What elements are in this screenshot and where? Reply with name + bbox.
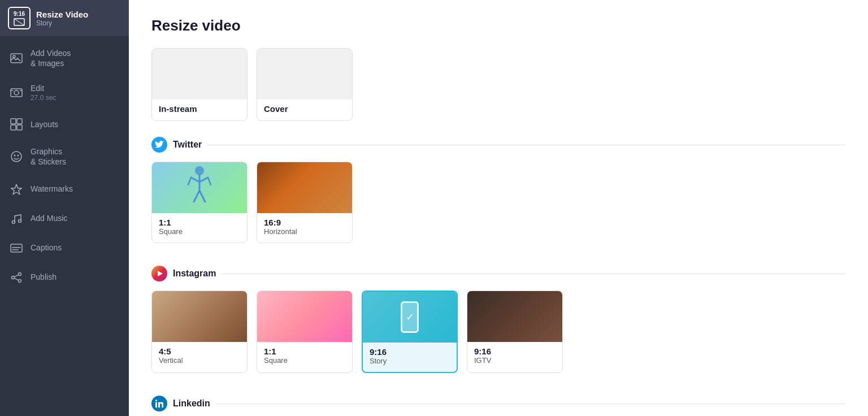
sidebar-subtitle: Story (36, 19, 88, 27)
svg-point-12 (11, 151, 21, 162)
graphics-label: Graphics & Stickers (31, 146, 66, 167)
linkedin-section-header: Linkedin (151, 391, 845, 411)
twitter-section-header: Twitter (151, 132, 845, 153)
sidebar-item-publish[interactable]: Publish (0, 263, 129, 292)
watermarks-label: Watermarks (31, 184, 73, 194)
twitter-square-card[interactable]: 1:1 Square (151, 162, 248, 243)
linkedin-divider (216, 404, 845, 404)
twitter-horizontal-card[interactable]: 16:9 Horizontal (257, 162, 353, 243)
sidebar-item-edit[interactable]: Edit 27.0 sec (0, 76, 129, 110)
svg-rect-4 (11, 89, 22, 97)
facebook-cover-thumb (257, 49, 352, 99)
captions-label: Captions (31, 242, 62, 253)
sidebar-title: Resize Video (36, 10, 88, 19)
image-icon (9, 51, 24, 66)
svg-rect-8 (11, 119, 16, 124)
yoga-thumbnail (152, 162, 247, 213)
svg-point-20 (12, 276, 15, 279)
twitter-square-thumb (152, 162, 247, 213)
twitter-divider (207, 145, 845, 145)
dance-thumbnail (152, 291, 247, 342)
twitter-icon (151, 137, 167, 153)
sidebar-item-captions[interactable]: Captions (0, 233, 129, 263)
sidebar-item-layouts[interactable]: Layouts (0, 110, 129, 139)
facebook-instream-ratio: In-stream (159, 104, 240, 114)
publish-icon (9, 270, 24, 285)
svg-marker-26 (158, 271, 163, 276)
facebook-cover-card[interactable]: Cover (257, 48, 353, 121)
instagram-cards: 4:5 Vertical 1:1 Square (151, 291, 845, 373)
sidebar-item-music[interactable]: Add Music (0, 204, 129, 233)
facebook-cards: In-stream Cover (151, 48, 845, 121)
instagram-igtv-card[interactable]: 9:16 IGTV (467, 291, 563, 373)
svg-rect-17 (11, 244, 22, 252)
instagram-story-card[interactable]: ✓ 9:16 Story (362, 291, 458, 373)
svg-rect-10 (11, 125, 16, 130)
instagram-igtv-label: 9:16 IGTV (467, 342, 562, 365)
add-videos-label: Add Videos & Images (31, 48, 71, 68)
publish-label: Publish (31, 272, 57, 282)
instagram-divider (222, 274, 845, 274)
twitter-section: Twitter 1:1 Squa (151, 132, 845, 243)
instagram-title: Instagram (173, 268, 216, 279)
sidebar-header[interactable]: 9:16 Resize Video Story (0, 0, 129, 36)
dog-thumbnail (257, 291, 352, 342)
svg-line-24 (14, 278, 18, 280)
svg-point-22 (19, 279, 21, 282)
svg-rect-27 (155, 402, 157, 408)
svg-point-15 (12, 220, 15, 223)
page-title: Resize video (151, 17, 845, 34)
instagram-icon (151, 266, 167, 281)
twitter-horizontal-thumb (257, 162, 352, 213)
instagram-square-card[interactable]: 1:1 Square (257, 291, 353, 373)
instagram-section: Instagram 4:5 Vertical 1:1 (151, 261, 845, 373)
sticker-icon (9, 149, 24, 164)
layouts-icon (9, 117, 24, 132)
instagram-igtv-thumb (467, 291, 562, 342)
add-music-label: Add Music (31, 213, 67, 223)
svg-line-23 (14, 275, 18, 277)
instagram-square-thumb (257, 291, 352, 342)
watermark-icon (9, 182, 24, 197)
sidebar-header-text: Resize Video Story (36, 10, 88, 27)
story-thumbnail: ✓ (363, 292, 457, 343)
captions-icon (9, 241, 24, 255)
svg-point-25 (195, 166, 204, 175)
svg-line-1 (14, 19, 24, 25)
sidebar-item-watermarks[interactable]: Watermarks (0, 175, 129, 204)
twitter-horizontal-label: 16:9 Horizontal (257, 213, 352, 236)
facebook-cover-ratio: Cover (264, 104, 345, 114)
svg-rect-9 (17, 119, 22, 124)
sidebar-item-add-videos[interactable]: Add Videos & Images (0, 41, 129, 76)
svg-point-28 (155, 400, 157, 401)
edit-label: Edit 27.0 sec (31, 83, 56, 102)
check-icon: ✓ (406, 311, 414, 323)
twitter-cards: 1:1 Square 16:9 Horizontal (151, 162, 845, 243)
instagram-section-header: Instagram (151, 261, 845, 281)
phone-frame: ✓ (401, 301, 419, 333)
sidebar: 9:16 Resize Video Story Add Videos & (0, 0, 129, 416)
music-icon (9, 211, 24, 226)
linkedin-icon (151, 396, 167, 411)
svg-rect-11 (17, 125, 22, 130)
instagram-story-label: 9:16 Story (363, 343, 457, 365)
twitter-title: Twitter (173, 140, 202, 150)
main-content: Resize video In-stream Cover (129, 0, 868, 416)
instagram-vertical-thumb (152, 291, 247, 342)
layouts-label: Layouts (31, 119, 58, 129)
svg-point-13 (14, 155, 16, 157)
instagram-vertical-card[interactable]: 4:5 Vertical (151, 291, 248, 373)
svg-point-14 (18, 155, 19, 157)
sidebar-item-graphics[interactable]: Graphics & Stickers (0, 139, 129, 174)
linkedin-section: Linkedin (151, 391, 845, 411)
svg-point-16 (19, 219, 21, 222)
person-thumbnail (257, 162, 352, 213)
instagram-vertical-label: 4:5 Vertical (152, 342, 247, 365)
instagram-square-label: 1:1 Square (257, 342, 352, 365)
facebook-instream-thumb (152, 49, 247, 99)
svg-point-21 (19, 272, 21, 275)
linkedin-title: Linkedin (173, 398, 210, 409)
facebook-instream-card[interactable]: In-stream (151, 48, 248, 121)
instagram-story-thumb: ✓ (363, 292, 457, 343)
sidebar-nav: Add Videos & Images Edit 27.0 sec (0, 36, 129, 416)
